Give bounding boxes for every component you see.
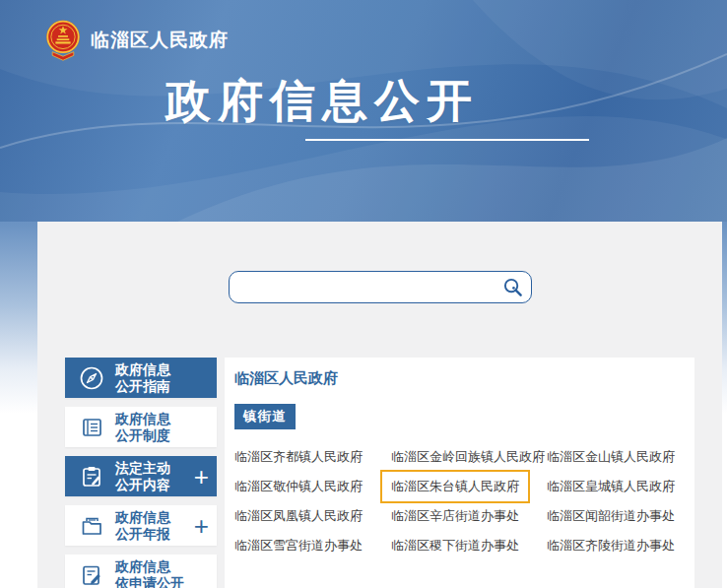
brand: 临淄区人民政府 <box>45 18 229 63</box>
main-content: 临淄区人民政府 镇街道 临淄区齐都镇人民政府临淄区金岭回族镇人民政府临淄区金山镇… <box>225 358 694 588</box>
sidebar-item-label: 政府信息公开年报 <box>115 509 170 543</box>
search-button[interactable] <box>502 277 531 297</box>
link-cell: 临淄区齐陵街道办事处 <box>547 536 694 555</box>
sidebar-item-label: 政府信息公开指南 <box>115 361 170 395</box>
sidebar-item-label: 政府信息依申请公开 <box>115 558 184 588</box>
search-input[interactable] <box>230 272 502 302</box>
gov-link[interactable]: 临淄区辛店街道办事处 <box>391 508 519 523</box>
banner-title-underline <box>305 139 589 141</box>
search-icon <box>502 277 523 297</box>
link-cell: 临淄区凤凰镇人民政府 <box>234 506 391 525</box>
sidebar-item-label: 政府信息公开制度 <box>115 411 170 444</box>
national-emblem-icon <box>45 18 81 63</box>
town-links-grid: 临淄区齐都镇人民政府临淄区金岭回族镇人民政府临淄区金山镇人民政府临淄区敬仲镇人民… <box>234 441 694 559</box>
link-cell: 临淄区朱台镇人民政府 <box>391 477 547 495</box>
plus-icon[interactable]: + <box>194 513 209 539</box>
gov-link[interactable]: 临淄区金山镇人民政府 <box>547 449 675 464</box>
link-cell: 临淄区稷下街道办事处 <box>391 536 547 555</box>
sidebar-item-3[interactable]: 法定主动公开内容+ <box>65 456 217 496</box>
sidebar-item-5[interactable]: 政府信息依申请公开 <box>65 555 217 588</box>
clipboard-pen-icon <box>78 463 104 490</box>
link-cell: 临淄区辛店街道办事处 <box>391 506 547 525</box>
link-cell: 临淄区金山镇人民政府 <box>547 447 694 466</box>
link-cell: 临淄区皇城镇人民政府 <box>547 477 694 495</box>
content-panel: 政府信息公开指南政府信息公开制度法定主动公开内容+政府信息公开年报+政府信息依申… <box>37 222 722 588</box>
link-cell: 临淄区齐都镇人民政府 <box>234 447 391 466</box>
document-list-icon <box>78 414 104 440</box>
search-bar <box>229 271 532 303</box>
document-pen-icon <box>78 561 104 588</box>
link-cell: 临淄区闻韶街道办事处 <box>547 506 694 525</box>
sidebar-item-label: 法定主动公开内容 <box>115 460 170 493</box>
compass-icon <box>78 364 104 391</box>
gov-link[interactable]: 临淄区齐陵街道办事处 <box>547 538 675 553</box>
banner-title: 政府信息公开 <box>165 71 479 132</box>
gov-link[interactable]: 临淄区皇城镇人民政府 <box>547 479 675 493</box>
top-government-link[interactable]: 临淄区人民政府 <box>234 369 338 388</box>
sidebar-item-2[interactable]: 政府信息公开制度 <box>65 407 217 447</box>
sidebar-item-1[interactable]: 政府信息公开指南 <box>65 358 217 398</box>
link-cell: 临淄区雪宫街道办事处 <box>234 536 391 555</box>
gov-link[interactable]: 临淄区稷下街道办事处 <box>391 538 519 553</box>
site-name: 临淄区人民政府 <box>91 28 229 53</box>
highlighted-gov-link[interactable]: 临淄区朱台镇人民政府 <box>380 470 530 503</box>
gov-link[interactable]: 临淄区齐都镇人民政府 <box>234 449 363 464</box>
gov-link[interactable]: 临淄区闻韶街道办事处 <box>547 508 675 523</box>
section-badge-towns: 镇街道 <box>234 404 296 429</box>
link-cell: 临淄区金岭回族镇人民政府 <box>391 447 547 466</box>
plus-icon[interactable]: + <box>194 464 209 490</box>
folder-icon <box>78 512 104 539</box>
gov-link[interactable]: 临淄区雪宫街道办事处 <box>234 538 363 553</box>
sidebar-item-4[interactable]: 政府信息公开年报+ <box>65 505 217 546</box>
gov-link[interactable]: 临淄区敬仲镇人民政府 <box>234 479 363 493</box>
header-banner: 临淄区人民政府 政府信息公开 <box>0 0 727 222</box>
link-cell: 临淄区敬仲镇人民政府 <box>234 477 391 495</box>
sidebar: 政府信息公开指南政府信息公开制度法定主动公开内容+政府信息公开年报+政府信息依申… <box>65 358 217 588</box>
gov-link[interactable]: 临淄区金岭回族镇人民政府 <box>391 449 545 464</box>
gov-link[interactable]: 临淄区凤凰镇人民政府 <box>234 508 363 523</box>
